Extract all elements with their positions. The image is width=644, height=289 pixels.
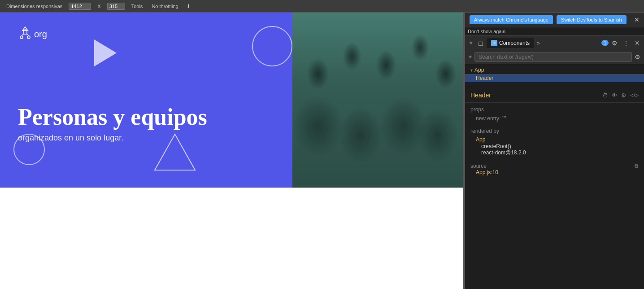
component-details: props new entry: "" rendered by App crea… [465, 103, 644, 289]
svg-point-2 [20, 36, 23, 39]
eye-icon[interactable]: 👁 [612, 92, 618, 99]
search-bar: ⌖ ⚙ [465, 50, 644, 64]
selected-component-name: Header [470, 92, 491, 99]
search-settings-icon[interactable]: ⚙ [635, 53, 640, 61]
notification-close-button[interactable]: ✕ [634, 16, 640, 23]
devtools-panel: Always match Chrome's language Switch De… [465, 13, 644, 289]
below-hero [0, 188, 463, 289]
action-icons: ⏱ 👁 ⚙ </> [602, 92, 639, 99]
tree-comp-header: Header [476, 75, 493, 81]
source-value[interactable]: App.js:10 [470, 169, 498, 175]
svg-point-3 [27, 36, 30, 39]
switch-devtools-button[interactable]: Switch DevTools to Spanish [557, 15, 627, 24]
timer-icon[interactable]: ⏱ [602, 92, 608, 99]
toolbar-mode[interactable]: Dimensiones responsivas [4, 3, 65, 10]
toolbar-throttle[interactable]: No throttling [149, 3, 181, 10]
logo: org [18, 26, 47, 42]
source-label: source [470, 163, 498, 169]
logo-icon [18, 26, 32, 42]
tree-comp-app: App [474, 67, 484, 73]
element-picker-button[interactable]: ◻ [476, 38, 486, 48]
reactdom-text: react-dom@18.2.0 [481, 149, 526, 156]
notification-bar: Always match Chrome's language Switch De… [465, 13, 644, 27]
toolbar-info-icon: ℹ [185, 2, 192, 10]
tab-components[interactable]: ⚛ Components [487, 38, 534, 48]
devtools-close-button[interactable]: ✕ [632, 38, 642, 48]
divider [465, 86, 644, 86]
svg-rect-1 [23, 31, 27, 34]
toolbar-height[interactable] [107, 3, 125, 10]
toolbar-x: X [95, 3, 103, 10]
more-tabs-button[interactable]: » [535, 39, 542, 47]
search-input[interactable] [474, 52, 632, 62]
prop-key-new-entry: new entry: [476, 115, 500, 122]
preview-area: org Personas y equipos organizados en un… [0, 13, 463, 289]
tree-arrow-app: ▾ [470, 68, 473, 73]
badge-count: 1 [601, 40, 609, 46]
devtools-more-button[interactable]: ⋮ [621, 38, 631, 48]
tree-item-app[interactable]: ▾ App [465, 66, 644, 74]
rendered-by-app[interactable]: App [470, 136, 639, 143]
svg-marker-0 [22, 27, 28, 31]
rendered-by-reactdom: react-dom@18.2.0 [470, 149, 639, 156]
devtools-settings-button[interactable]: ⚙ [609, 38, 620, 48]
logo-text: org [34, 29, 47, 39]
props-new-entry: new entry: "" [470, 114, 639, 123]
dont-show-again-link[interactable]: Don't show again [465, 27, 644, 36]
props-label: props [470, 106, 639, 113]
match-language-button[interactable]: Always match Chrome's language [470, 15, 553, 24]
notification-buttons: Always match Chrome's language Switch De… [470, 15, 640, 24]
createroot-text: createRoot() [481, 143, 511, 149]
inspect-icon[interactable]: ⚙ [621, 92, 627, 99]
selected-component-info: Header ⏱ 👁 ⚙ </> [465, 88, 644, 103]
toolbar-tools[interactable]: Tools [129, 3, 146, 10]
hero-banner: org Personas y equipos organizados en un… [0, 13, 463, 188]
devtools-tab-bar: ⌖ ◻ ⚛ Components » 1 ⚙ ⋮ ✕ [465, 36, 644, 50]
tab-components-label: Components [499, 40, 530, 46]
rendered-by-app-name: App [476, 136, 485, 143]
toolbar: Dimensiones responsivas X Tools No throt… [0, 0, 644, 13]
svg-line-5 [27, 34, 29, 36]
rendered-by-label: rendered by [470, 128, 639, 134]
cursor-inspect-button[interactable]: ⌖ [467, 37, 475, 48]
source-row: source App.js:10 ⧉ [470, 161, 639, 177]
team-photo-color-overlay [292, 13, 463, 188]
tree-item-header[interactable]: Header [465, 74, 644, 82]
hero-text-block: Personas y equipos organizados en un sol… [18, 104, 207, 143]
copy-source-icon[interactable]: ⧉ [635, 163, 639, 169]
svg-line-4 [22, 34, 23, 36]
prop-value-new-entry: "" [502, 115, 506, 122]
toolbar-width[interactable] [69, 3, 91, 10]
hero-subtitle: organizados en un solo lugar. [18, 133, 207, 143]
circle-top-shape [252, 26, 292, 66]
rendered-by-createroot: createRoot() [470, 143, 639, 149]
source-section: source App.js:10 [470, 163, 498, 175]
team-photo [292, 13, 463, 188]
hero-title: Personas y equipos [18, 104, 207, 130]
search-cursor-icon: ⌖ [469, 53, 472, 61]
play-shape [94, 39, 117, 66]
component-tree: ▾ App Header [465, 64, 644, 84]
source-icon[interactable]: </> [630, 92, 639, 99]
react-icon: ⚛ [491, 40, 497, 46]
